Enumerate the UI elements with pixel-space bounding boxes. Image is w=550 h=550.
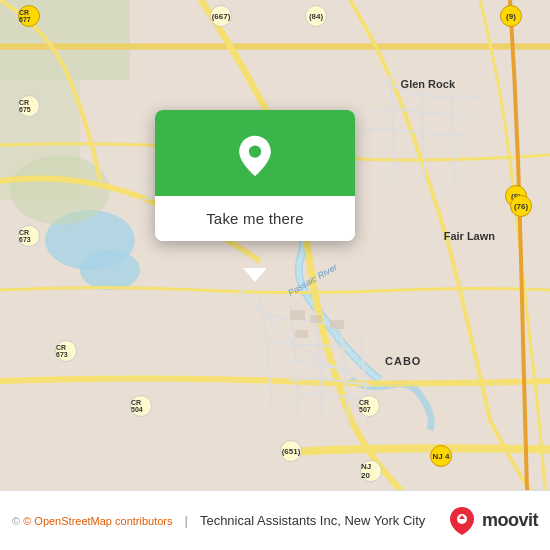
route-badge-cr677: CR 677 (18, 5, 40, 27)
osm-link[interactable]: © OpenStreetMap contributors (23, 515, 172, 527)
map-svg (0, 0, 550, 490)
route-badge-651: (651) (280, 440, 302, 462)
route-badge-cr504: CR 504 (130, 395, 152, 417)
route-badge-cr507: CR 507 (358, 395, 380, 417)
svg-point-2 (80, 250, 140, 290)
route-badge-cr673-bot: CR 673 (55, 340, 77, 362)
separator: | (185, 513, 188, 528)
map-container: CR 677 CR 675 CR 673 CR 673 CR 504 (667)… (0, 0, 550, 490)
moovit-logo: moovit (446, 505, 538, 537)
svg-rect-6 (290, 310, 305, 320)
label-glen-rock: Glen Rock (401, 78, 455, 91)
route-badge-667: (667) (210, 5, 232, 27)
route-badge-9-top: (9) (500, 5, 522, 27)
moovit-text: moovit (482, 510, 538, 531)
route-badge-cr675: CR 675 (18, 95, 40, 117)
svg-rect-7 (310, 315, 322, 323)
bottom-bar: © © OpenStreetMap contributors | Technic… (0, 490, 550, 550)
bottom-title: Technical Assistants Inc, New York City (200, 513, 425, 528)
popup-triangle (243, 268, 267, 282)
label-cabo: CABO (385, 355, 421, 367)
popup-card: Take me there (155, 110, 355, 241)
take-me-there-button[interactable]: Take me there (155, 196, 355, 241)
route-badge-cr673-top: CR 673 (18, 225, 40, 247)
location-pin-icon (233, 134, 277, 178)
copyright-text: © © OpenStreetMap contributors (12, 515, 173, 527)
route-badge-nj20: NJ 20 (360, 460, 382, 482)
route-badge-76: (76) (510, 195, 532, 217)
label-fair-lawn: Fair Lawn (444, 230, 495, 243)
moovit-icon (446, 505, 478, 537)
svg-rect-8 (330, 320, 344, 329)
route-badge-84: (84) (305, 5, 327, 27)
svg-rect-9 (295, 330, 308, 338)
popup-green-area (155, 110, 355, 196)
route-badge-nj4: NJ 4 (430, 445, 452, 467)
svg-point-10 (249, 145, 261, 157)
